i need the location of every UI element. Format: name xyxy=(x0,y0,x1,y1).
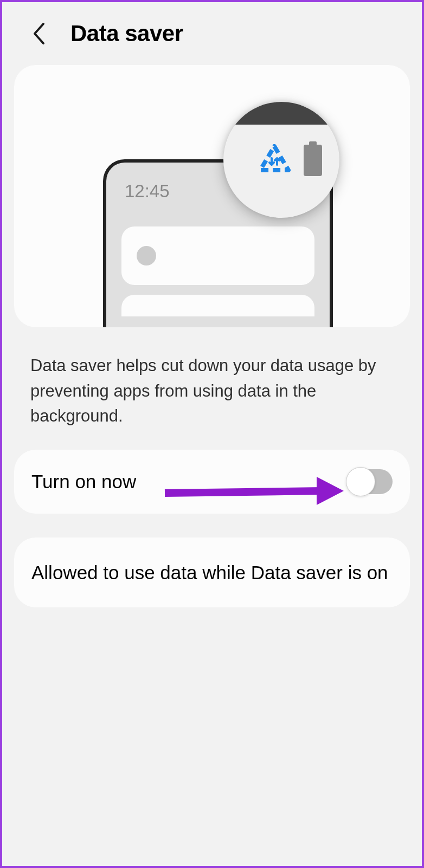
back-button[interactable] xyxy=(31,22,47,46)
switch-knob xyxy=(346,467,375,496)
zoom-status-bar xyxy=(223,102,339,125)
toggle-label: Turn on now xyxy=(31,471,136,493)
phone-notification-row xyxy=(121,226,314,285)
allowed-apps-row[interactable]: Allowed to use data while Data saver is … xyxy=(14,537,410,607)
allowed-apps-label: Allowed to use data while Data saver is … xyxy=(31,559,393,586)
battery-icon xyxy=(304,145,322,176)
zoom-magnifier xyxy=(223,102,339,218)
page-title: Data saver xyxy=(70,21,183,47)
chevron-left-icon xyxy=(31,22,47,46)
page-header: Data saver xyxy=(2,2,422,65)
notification-dot-icon xyxy=(137,246,156,265)
phone-notification-row xyxy=(121,295,314,316)
phone-time: 12:45 xyxy=(125,181,170,202)
data-saver-icon xyxy=(257,144,292,177)
description-text: Data saver helps cut down your data usag… xyxy=(2,327,422,445)
illustration-card: 12:45 xyxy=(14,65,410,327)
turn-on-now-switch[interactable] xyxy=(347,469,393,494)
turn-on-now-row[interactable]: Turn on now xyxy=(14,450,410,514)
